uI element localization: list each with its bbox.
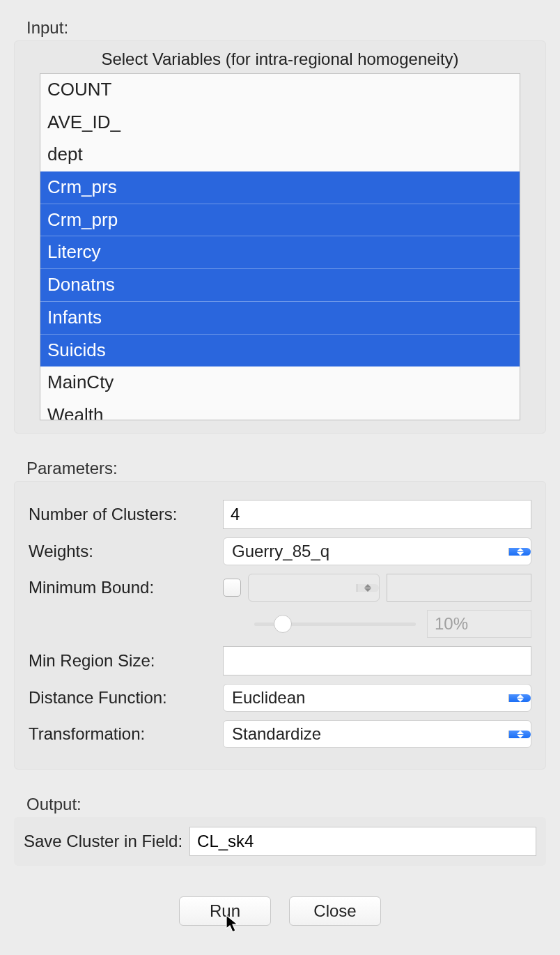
min-bound-value-input <box>387 574 532 602</box>
list-item[interactable]: COUNT <box>40 74 520 107</box>
transformation-select[interactable]: Standardize <box>223 720 531 748</box>
list-item[interactable]: Litercy <box>40 236 520 269</box>
output-panel: Save Cluster in Field: <box>14 817 546 866</box>
min-bound-select-value <box>249 585 357 590</box>
parameters-panel: Number of Clusters: Weights: Guerry_85_q… <box>14 481 546 770</box>
weights-select[interactable]: Guerry_85_q <box>223 537 531 565</box>
min-bound-label: Minimum Bound: <box>29 578 213 598</box>
list-item[interactable]: Donatns <box>40 269 520 302</box>
stepper-icon <box>357 584 379 592</box>
list-item[interactable]: Crm_prp <box>40 204 520 237</box>
num-clusters-label: Number of Clusters: <box>29 505 213 525</box>
min-bound-slider[interactable] <box>254 614 416 634</box>
stepper-icon <box>508 731 531 738</box>
transformation-label: Transformation: <box>29 724 213 744</box>
min-bound-checkbox[interactable] <box>223 579 241 597</box>
num-clusters-input[interactable] <box>223 500 531 529</box>
list-item[interactable]: AVE_ID_ <box>40 107 520 139</box>
dialog-footer: Run Close <box>14 896 546 926</box>
stepper-icon <box>508 694 531 702</box>
list-item[interactable]: MainCty <box>40 367 520 399</box>
transformation-select-value: Standardize <box>224 721 508 747</box>
stepper-icon <box>508 548 531 556</box>
parameters-section-label: Parameters: <box>26 459 546 478</box>
variable-listbox[interactable]: COUNTAVE_ID_deptCrm_prsCrm_prpLitercyDon… <box>40 73 520 420</box>
list-item[interactable]: Crm_prs <box>40 171 520 204</box>
weights-label: Weights: <box>29 542 213 562</box>
output-field-input[interactable] <box>189 827 536 856</box>
input-panel: Select Variables (for intra-regional hom… <box>14 40 546 434</box>
distance-select[interactable]: Euclidean <box>223 684 531 712</box>
list-item[interactable]: dept <box>40 139 520 171</box>
input-section-label: Input: <box>26 18 546 38</box>
min-region-input[interactable] <box>223 646 531 675</box>
output-section-label: Output: <box>26 795 546 814</box>
run-button[interactable]: Run <box>179 896 271 926</box>
list-item[interactable]: Suicids <box>40 335 520 367</box>
weights-select-value: Guerry_85_q <box>224 539 508 564</box>
clustering-dialog: Input: Select Variables (for intra-regio… <box>0 0 560 926</box>
select-variables-title: Select Variables (for intra-regional hom… <box>40 49 520 69</box>
distance-select-value: Euclidean <box>224 685 508 710</box>
list-item[interactable]: Infants <box>40 302 520 335</box>
slider-value-box: 10% <box>427 610 531 638</box>
distance-label: Distance Function: <box>29 688 213 708</box>
min-region-label: Min Region Size: <box>29 651 213 671</box>
min-bound-select[interactable] <box>248 574 380 602</box>
output-field-label: Save Cluster in Field: <box>24 832 182 851</box>
close-button[interactable]: Close <box>289 896 381 926</box>
list-item[interactable]: Wealth <box>40 399 520 420</box>
slider-thumb[interactable] <box>274 615 292 633</box>
